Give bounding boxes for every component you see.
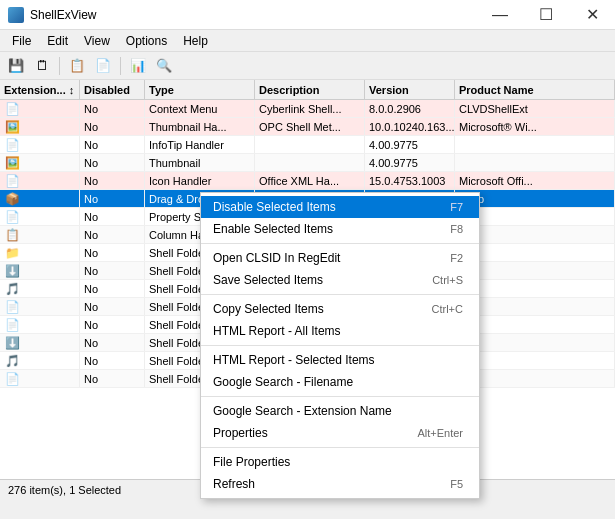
- context-menu-item-properties[interactable]: PropertiesAlt+Enter: [201, 422, 479, 444]
- col-header-extension[interactable]: Extension... ↕: [0, 80, 80, 99]
- cell-product: Microsoft® Wi...: [455, 118, 615, 135]
- cell-disabled: No: [80, 370, 145, 387]
- cell-disabled: No: [80, 154, 145, 171]
- context-menu-item-refresh[interactable]: RefreshF5: [201, 473, 479, 495]
- cell-disabled: No: [80, 118, 145, 135]
- context-menu-item-copy[interactable]: Copy Selected ItemsCtrl+C: [201, 298, 479, 320]
- app-title: ShellExView: [30, 8, 96, 22]
- context-menu-item-save[interactable]: Save Selected ItemsCtrl+S: [201, 269, 479, 291]
- table-row[interactable]: 🖼️ No Thumbnail 4.00.9775: [0, 154, 615, 172]
- cell-disabled: No: [80, 208, 145, 225]
- cell-version: 4.00.9775: [365, 136, 455, 153]
- cell-ext: 🎵: [0, 280, 80, 297]
- table-row[interactable]: 📄 No InfoTip Handler 4.00.9775: [0, 136, 615, 154]
- row-icon: 📦: [4, 192, 20, 206]
- cell-ext: 📄: [0, 316, 80, 333]
- toolbar-copy[interactable]: 🗒: [30, 55, 54, 77]
- ctx-item-shortcut: Ctrl+C: [432, 303, 463, 315]
- cell-version: 4.00.9775: [365, 154, 455, 171]
- cell-desc: OPC Shell Met...: [255, 118, 365, 135]
- context-menu-item-open-clsid[interactable]: Open CLSID In RegEditF2: [201, 247, 479, 269]
- toolbar-btn5[interactable]: 📊: [126, 55, 150, 77]
- ctx-item-shortcut: F2: [450, 252, 463, 264]
- menu-item-options[interactable]: Options: [118, 32, 175, 50]
- maximize-button[interactable]: ☐: [523, 0, 569, 30]
- menu-item-file[interactable]: File: [4, 32, 39, 50]
- col-header-disabled[interactable]: Disabled: [80, 80, 145, 99]
- toolbar-btn6[interactable]: 🔍: [152, 55, 176, 77]
- menu-item-help[interactable]: Help: [175, 32, 216, 50]
- cell-type: Thumbnail: [145, 154, 255, 171]
- row-icon: 📄: [4, 138, 20, 152]
- row-icon: 📄: [4, 318, 20, 332]
- context-menu-item-google-filename[interactable]: Google Search - Filename: [201, 371, 479, 393]
- cell-disabled: No: [80, 226, 145, 243]
- context-menu-item-file-properties[interactable]: File Properties: [201, 451, 479, 473]
- menu-item-edit[interactable]: Edit: [39, 32, 76, 50]
- ctx-item-shortcut: F7: [450, 201, 463, 213]
- context-menu-separator: [201, 294, 479, 295]
- row-icon: 📁: [4, 246, 20, 260]
- cell-ext: 📄: [0, 370, 80, 387]
- ctx-item-label: Open CLSID In RegEdit: [213, 251, 340, 265]
- row-icon: 🎵: [4, 354, 20, 368]
- ctx-item-label: Save Selected Items: [213, 273, 323, 287]
- ctx-item-label: Google Search - Extension Name: [213, 404, 392, 418]
- menu-bar: FileEditViewOptionsHelp: [0, 30, 615, 52]
- ctx-item-label: Copy Selected Items: [213, 302, 324, 316]
- cell-ext: ⬇️: [0, 262, 80, 279]
- cell-product: [455, 154, 615, 171]
- table-row[interactable]: 📄 No Context Menu Cyberlink Shell... 8.0…: [0, 100, 615, 118]
- cell-desc: Cyberlink Shell...: [255, 100, 365, 117]
- context-menu-item-html-selected[interactable]: HTML Report - Selected Items: [201, 349, 479, 371]
- toolbar-separator-2: [120, 57, 121, 75]
- toolbar-separator-1: [59, 57, 60, 75]
- cell-disabled: No: [80, 244, 145, 261]
- cell-disabled: No: [80, 136, 145, 153]
- row-icon: 📄: [4, 174, 20, 188]
- context-menu-separator: [201, 396, 479, 397]
- ctx-item-label: HTML Report - Selected Items: [213, 353, 375, 367]
- cell-ext: 📄: [0, 136, 80, 153]
- context-menu-item-html-all[interactable]: HTML Report - All Items: [201, 320, 479, 342]
- cell-ext: 📋: [0, 226, 80, 243]
- app-icon: [8, 7, 24, 23]
- menu-item-view[interactable]: View: [76, 32, 118, 50]
- context-menu-item-disable[interactable]: Disable Selected ItemsF7: [201, 196, 479, 218]
- toolbar-btn3[interactable]: 📋: [65, 55, 89, 77]
- context-menu-separator: [201, 447, 479, 448]
- cell-disabled: No: [80, 352, 145, 369]
- title-bar-controls: — ☐ ✕: [477, 0, 615, 30]
- row-icon: ⬇️: [4, 336, 20, 350]
- table-row[interactable]: 📄 No Icon Handler Office XML Ha... 15.0.…: [0, 172, 615, 190]
- context-menu-item-enable[interactable]: Enable Selected ItemsF8: [201, 218, 479, 240]
- ctx-item-label: File Properties: [213, 455, 290, 469]
- toolbar-save[interactable]: 💾: [4, 55, 28, 77]
- cell-ext: 📁: [0, 244, 80, 261]
- cell-ext: 🖼️: [0, 118, 80, 135]
- col-header-version[interactable]: Version: [365, 80, 455, 99]
- row-icon: ⬇️: [4, 264, 20, 278]
- cell-version: 10.0.10240.163...: [365, 118, 455, 135]
- minimize-button[interactable]: —: [477, 0, 523, 30]
- cell-disabled: No: [80, 280, 145, 297]
- ctx-item-label: Disable Selected Items: [213, 200, 336, 214]
- cell-type: InfoTip Handler: [145, 136, 255, 153]
- row-icon: 📄: [4, 102, 20, 116]
- close-button[interactable]: ✕: [569, 0, 615, 30]
- col-header-type[interactable]: Type: [145, 80, 255, 99]
- col-header-product[interactable]: Product Name: [455, 80, 615, 99]
- col-header-desc[interactable]: Description: [255, 80, 365, 99]
- context-menu-item-google-ext[interactable]: Google Search - Extension Name: [201, 400, 479, 422]
- context-menu: Disable Selected ItemsF7Enable Selected …: [200, 192, 480, 499]
- cell-desc: [255, 136, 365, 153]
- cell-ext: 🖼️: [0, 154, 80, 171]
- cell-ext: 🎵: [0, 352, 80, 369]
- table-row[interactable]: 🖼️ No Thumbnail Ha... OPC Shell Met... 1…: [0, 118, 615, 136]
- cell-disabled: No: [80, 334, 145, 351]
- row-icon: 📄: [4, 300, 20, 314]
- context-menu-separator: [201, 243, 479, 244]
- ctx-item-shortcut: F5: [450, 478, 463, 490]
- toolbar-btn4[interactable]: 📄: [91, 55, 115, 77]
- cell-disabled: No: [80, 262, 145, 279]
